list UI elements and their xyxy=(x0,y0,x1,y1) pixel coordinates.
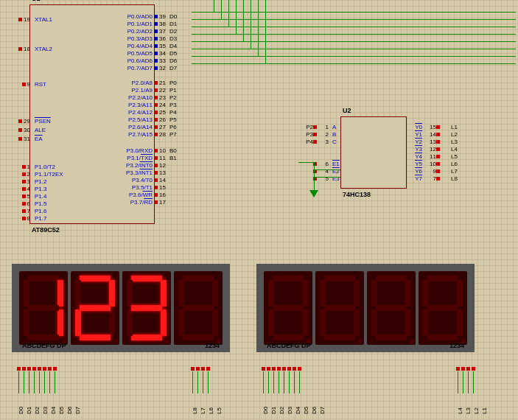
disp-pin-D0: D0 xyxy=(18,395,24,414)
disp-pin-L1: L1 xyxy=(481,395,488,414)
disp-pin-D1: D1 xyxy=(26,395,32,414)
u1-pin-28: 28 P7 xyxy=(154,130,213,138)
u1-pin-P1.4: 5 xyxy=(0,192,30,200)
disp-pin-D7: D7 xyxy=(319,395,326,414)
u1-ref: U1 xyxy=(32,0,41,2)
u1-pin-27: 27 P6 xyxy=(154,123,213,130)
u1-pin-PSEN: 29 xyxy=(0,117,30,125)
disp-pin-D2: D2 xyxy=(34,395,41,414)
u1-pin-39: 39 D0 xyxy=(154,13,213,20)
u1-pin-XTAL1: 19 xyxy=(0,15,30,23)
disp-pin-D0: D0 xyxy=(262,395,269,414)
u1-pin-35: 35 D4 xyxy=(154,42,213,49)
u1-pin-P1.6: 7 xyxy=(0,207,30,214)
u1-pin-P1.2: 3 xyxy=(0,178,30,185)
u1-pin-ALE: 30 xyxy=(0,126,30,133)
seg-label-left: ABCDEFG DP xyxy=(22,342,66,349)
disp-pin-L8: L8 xyxy=(192,395,198,414)
u1-pin-P1.1/T2EX: 2 xyxy=(0,170,30,178)
u1-pin-P1.5: 6 xyxy=(0,200,30,207)
disp-pin-D4: D4 xyxy=(50,395,57,414)
u1-pin-14: 14 xyxy=(154,176,213,183)
seven-seg-digit xyxy=(71,271,119,345)
seven-seg-digit xyxy=(19,271,68,345)
seven-seg-digit xyxy=(174,271,223,345)
u1-pin-13: 13 xyxy=(154,169,213,176)
u1-pin-EA: 31 xyxy=(0,135,30,142)
u1-pin-36: 36 D3 xyxy=(154,35,213,42)
u1-pin-32: 32 D7 xyxy=(154,64,213,71)
disp-pin-D3: D3 xyxy=(42,395,49,414)
u1-part: AT89C52 xyxy=(32,226,60,234)
display-right: ABCDEFG DP 1234 xyxy=(256,264,475,352)
u1-pin-17: 17 xyxy=(154,198,213,206)
disp-pin-D4: D4 xyxy=(295,395,301,414)
dig-label-right: 1234 xyxy=(449,342,464,349)
disp-pin-D5: D5 xyxy=(58,395,65,414)
disp-pin-D2: D2 xyxy=(279,395,285,414)
u1-pin-12: 12 xyxy=(154,161,213,169)
u1-pin-22: 22 P1 xyxy=(154,86,213,94)
disp-pin-D1: D1 xyxy=(270,395,277,414)
u1-pin-XTAL2: 18 xyxy=(0,45,30,52)
seg-label-right: ABCDEFG DP xyxy=(267,342,311,349)
u1-chip: U1 AT89C52 19XTAL118XTAL29RST29PSEN30ALE… xyxy=(29,4,155,224)
u1-pin-P1.0/T2: 1 xyxy=(0,163,30,170)
disp-pin-D3: D3 xyxy=(287,395,293,414)
disp-pin-L4: L4 xyxy=(457,395,463,414)
u1-pin-10: 10 B0 xyxy=(154,147,213,154)
disp-pin-D7: D7 xyxy=(74,395,81,414)
seven-seg-digit xyxy=(264,271,312,345)
display-left: ABCDEFG DP 1234 xyxy=(12,264,230,352)
disp-pin-L6: L6 xyxy=(208,395,214,414)
disp-pin-D6: D6 xyxy=(311,395,318,414)
u1-pin-23: 23 P2 xyxy=(154,94,213,101)
disp-pin-D6: D6 xyxy=(66,395,73,414)
disp-pin-L5: L5 xyxy=(216,395,223,414)
disp-pin-L3: L3 xyxy=(465,395,472,414)
u1-pin-26: 26 P5 xyxy=(154,116,213,123)
disp-pin-D5: D5 xyxy=(303,395,309,414)
u1-pin-P1.7: 8 xyxy=(0,214,30,222)
dig-label-left: 1234 xyxy=(205,342,220,349)
u1-pin-34: 34 D5 xyxy=(154,49,213,57)
disp-pin-L7: L7 xyxy=(200,395,206,414)
seven-seg-digit xyxy=(122,271,171,345)
u1-pin-21: 21 P0 xyxy=(154,79,213,86)
u1-pin-33: 33 D6 xyxy=(154,57,213,64)
seven-seg-digit xyxy=(367,271,416,345)
u1-pin-P1.3: 4 xyxy=(0,185,30,192)
u2-chip: U2 74HC138 P21 AP32 BP43 C6 E14 E25 E3 Y… xyxy=(340,116,407,189)
ground-symbol xyxy=(309,190,318,197)
u1-pin-11: 11 B1 xyxy=(154,154,213,161)
u2-part: 74HC138 xyxy=(343,191,371,198)
seven-seg-digit xyxy=(419,271,467,345)
u1-pin-38: 38 D1 xyxy=(154,20,213,27)
u2-ref: U2 xyxy=(343,107,351,114)
seven-seg-digit xyxy=(315,271,364,345)
u1-pin-15: 15 xyxy=(154,183,213,191)
disp-pin-L2: L2 xyxy=(473,395,480,414)
u1-pin-RST: 9 xyxy=(0,80,30,88)
u1-pin-25: 25 P4 xyxy=(154,108,213,116)
u1-pin-24: 24 P3 xyxy=(154,101,213,108)
u1-pin-37: 37 D2 xyxy=(154,27,213,35)
u1-pin-16: 16 xyxy=(154,191,213,198)
